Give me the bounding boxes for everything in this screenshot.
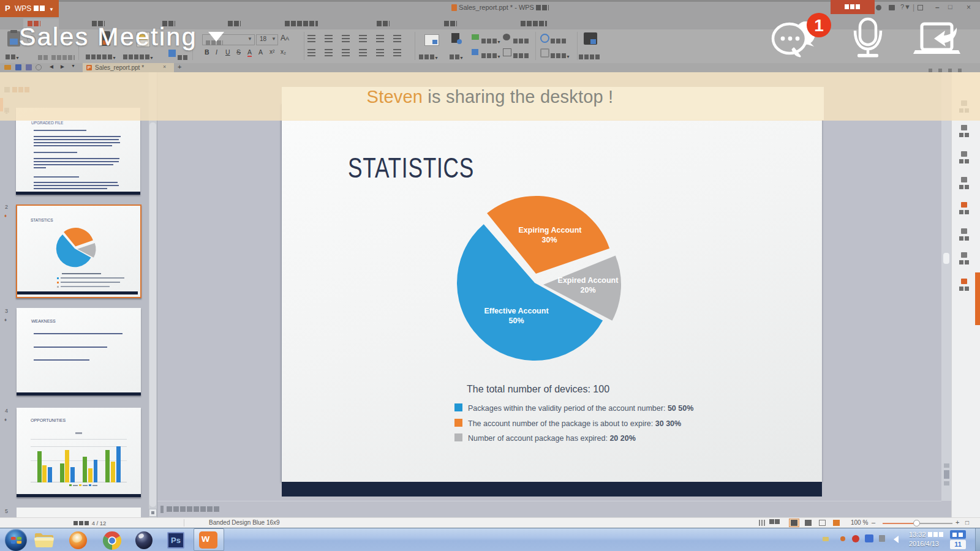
svg-text:30%: 30% bbox=[541, 236, 557, 244]
svg-text:Expired Account: Expired Account bbox=[558, 276, 619, 285]
svg-text:Expiring Account: Expiring Account bbox=[518, 226, 582, 234]
svg-text:Effective Account: Effective Account bbox=[484, 307, 549, 315]
svg-text:1: 1 bbox=[814, 16, 824, 35]
svg-text:20%: 20% bbox=[580, 286, 595, 294]
svg-text:50%: 50% bbox=[508, 317, 524, 325]
